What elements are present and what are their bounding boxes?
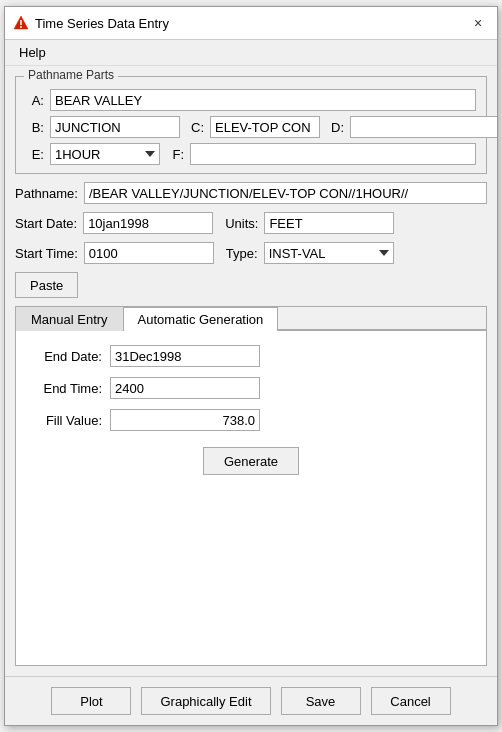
close-button[interactable]: × — [467, 12, 489, 34]
pathname-input[interactable] — [84, 182, 487, 204]
units-input[interactable] — [264, 212, 394, 234]
app-icon — [13, 15, 29, 31]
main-window: Time Series Data Entry × Help Pathname P… — [4, 6, 498, 726]
save-button[interactable]: Save — [281, 687, 361, 715]
part-f-label: F: — [166, 147, 184, 162]
menu-bar: Help — [5, 40, 497, 66]
end-date-label: End Date: — [32, 349, 102, 364]
end-date-input[interactable] — [110, 345, 260, 367]
tab-automatic-generation[interactable]: Automatic Generation — [123, 307, 279, 331]
part-e-label: E: — [26, 147, 44, 162]
tabs-container: Manual Entry Automatic Generation End Da… — [15, 306, 487, 666]
part-d-label: D: — [326, 120, 344, 135]
part-e-select[interactable]: 1HOUR 15MIN 1DAY 1MONTH — [50, 143, 160, 165]
part-c-label: C: — [186, 120, 204, 135]
date-units-row: Start Date: Units: — [15, 212, 487, 234]
plot-button[interactable]: Plot — [51, 687, 131, 715]
content-area: Pathname Parts A: B: C: D: — [5, 66, 497, 676]
pathname-label: Pathname: — [15, 186, 78, 201]
tab-content-automatic: End Date: End Time: Fill Value: Generate — [16, 331, 486, 665]
pathname-parts-title: Pathname Parts — [24, 68, 118, 82]
start-date-label: Start Date: — [15, 216, 77, 231]
part-a-input[interactable] — [50, 89, 476, 111]
start-date-input[interactable] — [83, 212, 213, 234]
pathname-parts-group: Pathname Parts A: B: C: D: — [15, 76, 487, 174]
part-b-input[interactable] — [50, 116, 180, 138]
fill-value-label: Fill Value: — [32, 413, 102, 428]
pathname-row: Pathname: — [15, 182, 487, 204]
help-menu[interactable]: Help — [13, 43, 52, 62]
type-select[interactable]: INST-VAL PER-AVER PER-CUM INST-CUM — [264, 242, 394, 264]
part-a-label: A: — [26, 93, 44, 108]
paste-button[interactable]: Paste — [15, 272, 78, 298]
footer: Plot Graphically Edit Save Cancel — [5, 676, 497, 725]
generate-button[interactable]: Generate — [203, 447, 299, 475]
start-time-label: Start Time: — [15, 246, 78, 261]
title-bar: Time Series Data Entry × — [5, 7, 497, 40]
graphically-edit-button[interactable]: Graphically Edit — [141, 687, 270, 715]
end-time-label: End Time: — [32, 381, 102, 396]
end-time-input[interactable] — [110, 377, 260, 399]
tab-manual-entry[interactable]: Manual Entry — [16, 307, 123, 331]
fill-value-input[interactable] — [110, 409, 260, 431]
time-type-row: Start Time: Type: INST-VAL PER-AVER PER-… — [15, 242, 487, 264]
start-time-input[interactable] — [84, 242, 214, 264]
part-f-input[interactable] — [190, 143, 476, 165]
part-d-input[interactable] — [350, 116, 497, 138]
part-b-label: B: — [26, 120, 44, 135]
cancel-button[interactable]: Cancel — [371, 687, 451, 715]
svg-point-2 — [20, 26, 22, 28]
window-title: Time Series Data Entry — [35, 16, 169, 31]
tab-bar: Manual Entry Automatic Generation — [16, 307, 486, 331]
units-label: Units: — [225, 216, 258, 231]
part-c-input[interactable] — [210, 116, 320, 138]
type-label: Type: — [226, 246, 258, 261]
